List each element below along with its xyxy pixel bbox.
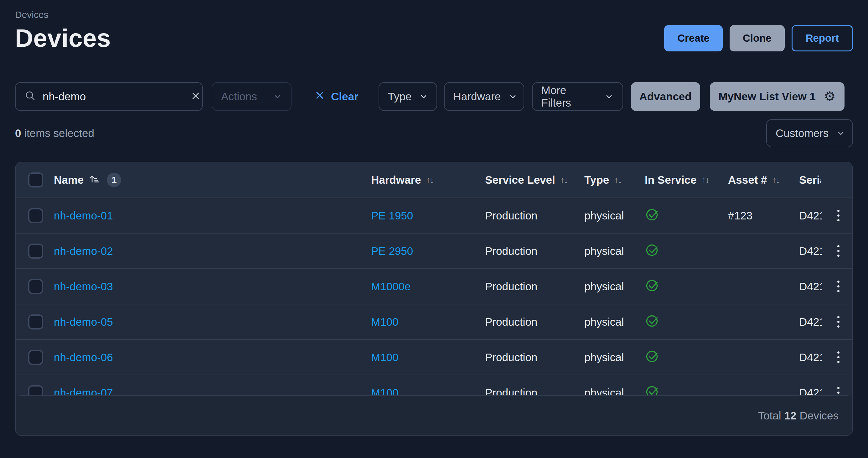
advanced-button[interactable]: Advanced <box>631 82 700 111</box>
column-header-in-service[interactable]: In Service ↑↓ <box>645 174 709 186</box>
search-input[interactable] <box>42 90 184 103</box>
table-row: nh-demo-05 M100 Production physical D421 <box>16 305 852 340</box>
devices-page: Devices Devices Create Clone Report <box>0 0 868 458</box>
report-button[interactable]: Report <box>792 25 853 51</box>
customers-dropdown[interactable]: Customers <box>766 119 853 147</box>
table-row: nh-demo-06 M100 Production physical D421 <box>16 340 852 375</box>
filter-toolbar: Actions Clear Type H <box>15 82 853 111</box>
hardware-link[interactable]: PE 1950 <box>371 209 413 222</box>
row-checkbox[interactable] <box>28 314 43 330</box>
more-filters-dropdown[interactable]: More Filters <box>532 82 623 111</box>
service-level-value: Production <box>485 316 537 328</box>
sort-icon: ↑↓ <box>772 175 779 185</box>
column-header-type[interactable]: Type ↑↓ <box>584 174 621 186</box>
table-footer: Total 12 Devices <box>16 396 852 435</box>
header-actions: Create Clone Report <box>664 25 853 51</box>
serial-value: D421 <box>799 351 822 364</box>
select-all-checkbox[interactable] <box>28 172 43 188</box>
service-level-value: Production <box>485 351 537 364</box>
actions-dropdown[interactable]: Actions <box>212 82 291 111</box>
column-header-serial[interactable]: Serial <box>799 174 821 186</box>
row-checkbox[interactable] <box>28 279 43 294</box>
type-value: physical <box>584 316 624 328</box>
column-label: Type <box>584 174 609 186</box>
sort-ascending-icon <box>89 173 100 187</box>
selected-label: items selected <box>24 127 94 139</box>
total-label: Total <box>758 409 781 422</box>
in-service-check-icon <box>645 242 659 260</box>
list-view-button[interactable]: MyNew List View 1 ⚙ <box>710 82 844 111</box>
breadcrumb[interactable]: Devices <box>15 0 853 20</box>
chevron-down-icon <box>508 92 518 101</box>
device-name-link[interactable]: nh-demo-05 <box>54 316 113 328</box>
search-box[interactable] <box>15 82 203 111</box>
serial-value: D421 <box>799 209 822 222</box>
serial-value: D421 <box>799 280 822 293</box>
total-count: 12 <box>784 409 797 422</box>
row-checkbox[interactable] <box>28 350 43 365</box>
column-header-name[interactable]: Name 1 <box>54 173 121 187</box>
device-name-link[interactable]: nh-demo-03 <box>54 280 113 293</box>
sort-icon: ↑↓ <box>702 175 709 185</box>
column-label: In Service <box>645 174 696 186</box>
sort-priority-badge: 1 <box>107 173 121 187</box>
chevron-down-icon <box>604 92 614 101</box>
selection-row: 0 items selected Customers <box>15 119 853 147</box>
page-title: Devices <box>15 24 111 53</box>
clear-x-icon <box>314 90 326 104</box>
type-filter-dropdown[interactable]: Type <box>379 82 437 111</box>
device-name-link[interactable]: nh-demo-06 <box>54 351 113 364</box>
asset-value: #123 <box>728 209 752 222</box>
in-service-check-icon <box>645 349 659 366</box>
column-header-asset[interactable]: Asset # ↑↓ <box>728 174 779 186</box>
in-service-check-icon <box>645 278 659 295</box>
table-row: nh-demo-07 M100 Production physical D421 <box>16 375 852 396</box>
more-filters-label: More Filters <box>541 84 597 109</box>
sort-icon: ↑↓ <box>560 175 567 185</box>
table-body: nh-demo-01 PE 1950 Production physical #… <box>16 198 852 396</box>
service-level-value: Production <box>485 209 537 222</box>
sort-icon: ↑↓ <box>426 175 433 185</box>
column-label: Serial <box>799 174 821 186</box>
service-level-value: Production <box>485 387 537 396</box>
sort-icon: ↑↓ <box>614 175 621 185</box>
search-clear-icon[interactable] <box>190 90 202 103</box>
column-header-hardware[interactable]: Hardware ↑↓ <box>371 174 433 186</box>
chevron-down-icon <box>836 128 845 138</box>
create-button[interactable]: Create <box>664 25 723 51</box>
search-icon <box>24 90 36 103</box>
in-service-check-icon <box>645 314 659 331</box>
in-service-check-icon <box>645 384 659 396</box>
hardware-link[interactable]: M100 <box>371 387 399 396</box>
row-actions-kebab[interactable] <box>835 313 842 331</box>
gear-icon[interactable]: ⚙ <box>824 90 836 103</box>
row-actions-kebab[interactable] <box>835 207 842 225</box>
hardware-link[interactable]: PE 2950 <box>371 245 413 257</box>
row-checkbox[interactable] <box>28 244 43 259</box>
row-actions-kebab[interactable] <box>835 242 842 260</box>
row-checkbox[interactable] <box>28 208 43 223</box>
clear-filters-link[interactable]: Clear <box>314 90 359 104</box>
page-header: Devices Create Clone Report <box>15 24 853 53</box>
column-label: Asset # <box>728 174 767 186</box>
column-label: Name <box>54 174 84 186</box>
device-name-link[interactable]: nh-demo-01 <box>54 209 113 222</box>
row-checkbox[interactable] <box>28 385 43 396</box>
list-view-label: MyNew List View 1 <box>718 90 816 103</box>
row-actions-kebab[interactable] <box>835 348 842 366</box>
row-actions-kebab[interactable] <box>835 278 842 295</box>
column-header-service-level[interactable]: Service Level ↑↓ <box>485 174 567 186</box>
clone-button[interactable]: Clone <box>730 25 785 51</box>
table-header: Name 1 Hardware ↑↓ <box>16 162 852 198</box>
device-name-link[interactable]: nh-demo-02 <box>54 245 113 257</box>
row-actions-kebab[interactable] <box>835 384 842 396</box>
serial-value: D421 <box>799 387 822 396</box>
hardware-link[interactable]: M100 <box>371 316 399 328</box>
devices-table-card: Name 1 Hardware ↑↓ <box>15 162 853 436</box>
hardware-link[interactable]: M1000e <box>371 280 410 293</box>
hardware-filter-dropdown[interactable]: Hardware <box>444 82 524 111</box>
table-scroll-area[interactable]: Name 1 Hardware ↑↓ <box>16 162 852 396</box>
serial-value: D421 <box>799 245 822 257</box>
device-name-link[interactable]: nh-demo-07 <box>54 387 113 396</box>
hardware-link[interactable]: M100 <box>371 351 399 364</box>
